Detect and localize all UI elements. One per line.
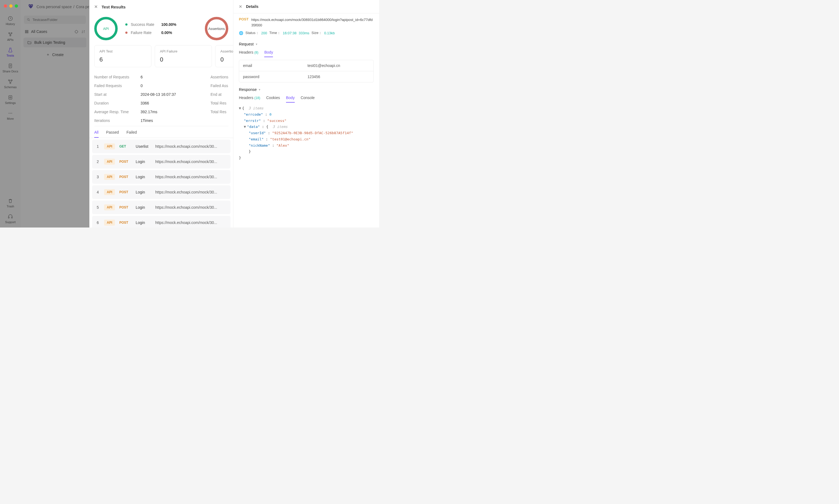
stat-title: API Failure [160,49,207,53]
kv-val: 3366 [140,101,149,105]
row-name: Login [136,190,151,194]
duration-value: 333ms [299,31,309,35]
api-badge: API [104,204,115,210]
request-section-head[interactable]: Request ▾ [234,40,379,49]
kv-key: Total Res [210,101,226,105]
result-row[interactable]: 5 API POST Login https://mock.echoapi.co… [92,201,230,214]
kv-key: Total Res [210,110,226,114]
failure-dot-icon [125,32,127,34]
row-url: https://mock.echoapi.com/mock/30... [155,160,227,164]
tab-response-cookies[interactable]: Cookies [266,95,280,103]
request-method: POST [239,17,249,21]
tab-all[interactable]: All [94,130,99,138]
kv-val: 0 [140,84,143,88]
result-row[interactable]: 2 API POST Login https://mock.echoapi.co… [92,155,230,168]
caret-down-icon[interactable]: ▼ [244,125,246,129]
status-label: Status： [245,31,259,35]
kv-key: Duration [94,101,140,105]
rate-label: Success Rate [131,22,158,27]
kv-val: 1Times [140,119,153,123]
kv-row: Total Res [210,99,228,108]
size-value: 0.13kb [324,31,335,35]
kv-row: Start at2024-08-13 16:07:37 [94,90,201,99]
api-badge: API [104,159,115,165]
response-section-head[interactable]: Response ▾ [234,85,379,94]
minimize-window-icon[interactable] [9,4,13,7]
window-controls[interactable] [4,4,18,7]
row-name: Login [136,175,151,179]
row-index: 4 [96,190,100,194]
row-index: 6 [96,220,100,225]
status-line: 🌐 Status： 200 Time： 16:07:38 333ms Size：… [234,30,379,40]
kv-row: Number of Requests6 [94,73,201,82]
tab-response-console[interactable]: Console [301,95,315,103]
row-index: 1 [96,144,100,149]
caret-down-icon[interactable]: ▼ [239,106,241,110]
stat-value: 0 [220,56,233,63]
body-val: 123456 [304,71,324,82]
kv-row: Iterations1Times [94,116,201,125]
api-badge: API [104,174,115,180]
panel-title: Test Results [102,5,125,9]
tab-response-headers[interactable]: Headers (18) [239,95,260,103]
result-row[interactable]: 6 API POST Login https://mock.echoapi.co… [92,216,230,228]
kv-key: Iterations [94,119,140,123]
row-url: https://mock.echoapi.com/mock/30... [155,190,227,194]
status-code: 200 [261,31,267,35]
chevron-down-icon: ▾ [256,42,257,46]
row-url: https://mock.echoapi.com/mock/30... [155,175,227,179]
row-name: Login [136,160,151,164]
api-badge: API [104,189,115,195]
close-icon[interactable]: ✕ [239,4,242,9]
row-url: https://mock.echoapi.com/mock/30... [155,144,227,149]
stat-card: API Failure 0 [155,45,212,67]
maximize-window-icon[interactable] [15,4,18,7]
kv-key: Start at [94,92,140,96]
close-window-icon[interactable] [4,4,7,7]
row-method: POST [119,160,131,164]
request-body-table: email test01@echoapi.cn password 123456 [239,60,374,83]
result-row[interactable]: 3 API POST Login https://mock.echoapi.co… [92,170,230,184]
kv-key: Assertions [210,75,228,79]
kv-key: Failed Ass [210,84,228,88]
kv-row: Failed Ass [210,82,228,90]
time-label: Time： [269,31,280,35]
kv-key: End at [210,92,221,96]
stat-value: 6 [99,56,146,63]
row-method: POST [119,221,131,224]
rate-list: Success Rate 100.00% Failure Rate 0.00% [125,22,176,35]
stat-card: API Test 6 [94,45,152,67]
kv-row: Total Res [210,108,228,116]
tab-passed[interactable]: Passed [106,130,119,138]
kv-row: Duration3366 [94,99,201,108]
kv-key: Failed Requests [94,84,140,88]
tab-request-body[interactable]: Body [264,50,273,57]
tab-request-headers[interactable]: Headers (8) [239,50,258,57]
details-panel: ✕ Details POST https://mock.echoapi.com/… [233,0,379,228]
row-name: Login [136,205,151,210]
tab-failed[interactable]: Failed [126,130,137,138]
row-method: GET [119,144,131,148]
kv-key: Average Resp. Time [94,110,140,114]
assertions-donut: Assertions [205,17,228,40]
row-url: https://mock.echoapi.com/mock/30... [155,220,227,225]
body-key: password [239,71,304,82]
table-row: email test01@echoapi.cn [239,60,374,71]
row-method: POST [119,190,131,194]
stat-title: Assertions [220,49,233,53]
row-name: Userlist [136,144,151,149]
row-method: POST [119,205,131,209]
result-row[interactable]: 4 API POST Login https://mock.echoapi.co… [92,185,230,199]
kv-row: Failed Requests0 [94,82,201,90]
stat-card: Assertions 0 [215,45,233,67]
api-badge: API [104,220,115,226]
kv-key: Number of Requests [94,75,140,79]
result-row[interactable]: 1 API GET Userlist https://mock.echoapi.… [92,140,230,153]
row-index: 3 [96,175,100,179]
time-value: 16:07:38 [283,31,297,35]
kv-row: Assertions [210,73,228,82]
globe-icon: 🌐 [239,31,243,35]
tab-response-body[interactable]: Body [286,95,295,103]
close-icon[interactable]: ✕ [94,4,98,9]
rate-label: Failure Rate [131,31,158,35]
